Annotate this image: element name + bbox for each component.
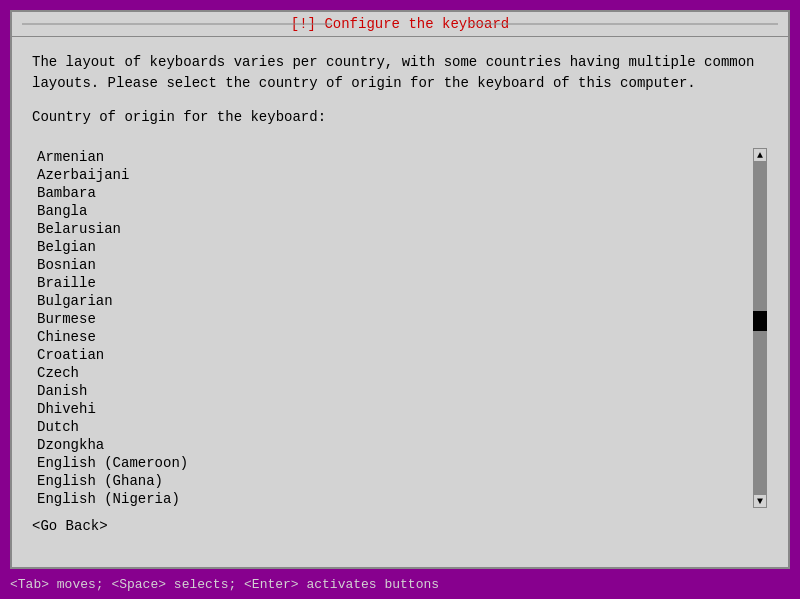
title-text: [!] Configure the keyboard <box>291 16 509 32</box>
list-wrapper: ArmenianAzerbaijaniBambaraBanglaBelarusi… <box>32 148 768 508</box>
list-item[interactable]: Bangla <box>32 202 752 220</box>
title-bar: [!] Configure the keyboard <box>12 12 788 37</box>
keyboard-list[interactable]: ArmenianAzerbaijaniBambaraBanglaBelarusi… <box>32 148 752 508</box>
list-item[interactable]: Dzongkha <box>32 436 752 454</box>
list-container: ArmenianAzerbaijaniBambaraBanglaBelarusi… <box>32 148 768 508</box>
go-back-button[interactable]: <Go Back> <box>32 518 108 534</box>
scroll-track[interactable] <box>753 162 767 494</box>
list-item[interactable]: Danish <box>32 382 752 400</box>
list-item[interactable]: Chinese <box>32 328 752 346</box>
list-item[interactable]: Bulgarian <box>32 292 752 310</box>
scroll-down-arrow[interactable]: ▼ <box>753 494 767 508</box>
scroll-up-arrow[interactable]: ▲ <box>753 148 767 162</box>
description-text: The layout of keyboards varies per count… <box>32 52 768 94</box>
list-item[interactable]: Czech <box>32 364 752 382</box>
list-item[interactable]: Belarusian <box>32 220 752 238</box>
bottom-help-text: <Tab> moves; <Space> selects; <Enter> ac… <box>10 577 439 592</box>
list-item[interactable]: Belgian <box>32 238 752 256</box>
list-item[interactable]: Azerbaijani <box>32 166 752 184</box>
main-window: [!] Configure the keyboard The layout of… <box>10 10 790 569</box>
list-item[interactable]: Armenian <box>32 148 752 166</box>
list-item[interactable]: English (Nigeria) <box>32 490 752 508</box>
list-item[interactable]: English (Ghana) <box>32 472 752 490</box>
content-area: The layout of keyboards varies per count… <box>12 37 788 148</box>
list-item[interactable]: Dutch <box>32 418 752 436</box>
list-item[interactable]: Croatian <box>32 346 752 364</box>
list-item[interactable]: Bosnian <box>32 256 752 274</box>
scrollbar[interactable]: ▲ ▼ <box>752 148 768 508</box>
country-label: Country of origin for the keyboard: <box>32 109 768 125</box>
list-item[interactable]: English (Cameroon) <box>32 454 752 472</box>
list-item[interactable]: Braille <box>32 274 752 292</box>
list-item[interactable]: Bambara <box>32 184 752 202</box>
scroll-thumb <box>753 311 767 331</box>
list-item[interactable]: Burmese <box>32 310 752 328</box>
list-item[interactable]: Dhivehi <box>32 400 752 418</box>
bottom-bar: <Tab> moves; <Space> selects; <Enter> ac… <box>0 569 800 599</box>
